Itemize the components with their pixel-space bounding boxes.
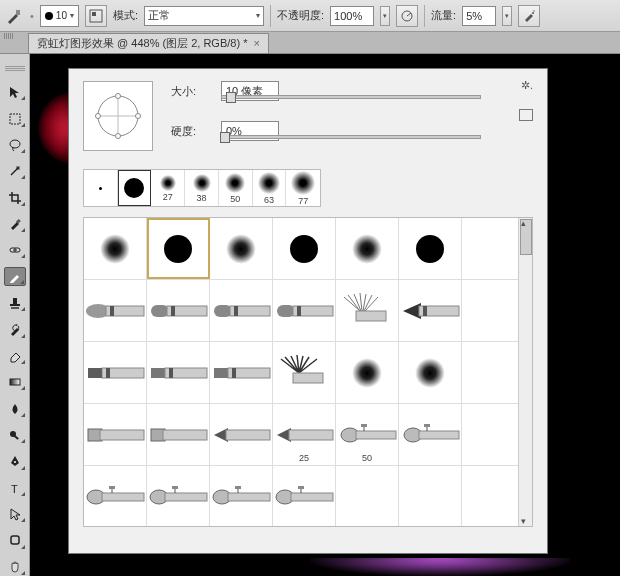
- dodge-tool[interactable]: [4, 426, 26, 444]
- brush-cell[interactable]: [273, 280, 336, 341]
- svg-rect-17: [13, 435, 18, 440]
- brush-preset-chip[interactable]: 10 ▾: [40, 5, 79, 27]
- shape-tool[interactable]: [4, 531, 26, 549]
- brush-cell[interactable]: [210, 404, 273, 465]
- brush-cell[interactable]: [399, 342, 462, 403]
- blur-tool[interactable]: [4, 399, 26, 417]
- gear-icon[interactable]: ✲.: [521, 79, 533, 92]
- document-tab[interactable]: 霓虹灯图形效果 @ 448% (图层 2, RGB/8) * ×: [28, 33, 269, 53]
- svg-point-5: [533, 10, 534, 11]
- brush-cell[interactable]: [336, 466, 399, 526]
- svg-rect-20: [11, 536, 19, 544]
- brush-cell[interactable]: [84, 280, 147, 341]
- airbrush-button[interactable]: [518, 5, 540, 27]
- brush-cell[interactable]: [84, 218, 147, 279]
- svg-point-25: [116, 134, 121, 139]
- svg-rect-30: [110, 306, 114, 316]
- brush-cell[interactable]: [147, 342, 210, 403]
- brush-cell[interactable]: [273, 342, 336, 403]
- brush-preset-panel: 大小: 10 像素 硬度: 0% ✲. 27 38 50 63 77: [68, 68, 548, 554]
- svg-rect-60: [169, 368, 173, 378]
- type-tool[interactable]: T: [4, 479, 26, 497]
- brush-tool-icon: [4, 6, 24, 26]
- brush-cell[interactable]: 50: [336, 404, 399, 465]
- flow-input[interactable]: 5%: [462, 6, 496, 26]
- svg-rect-82: [109, 486, 115, 489]
- preset-item[interactable]: 38: [185, 170, 219, 206]
- preset-item[interactable]: 27: [151, 170, 185, 206]
- svg-rect-66: [100, 430, 144, 440]
- brush-panel-toggle[interactable]: [85, 5, 107, 27]
- eraser-tool[interactable]: [4, 347, 26, 365]
- path-select-tool[interactable]: [4, 505, 26, 523]
- brush-cell[interactable]: 25: [273, 404, 336, 465]
- svg-rect-70: [289, 430, 333, 440]
- brush-cell[interactable]: [336, 280, 399, 341]
- svg-point-18: [14, 461, 16, 463]
- pen-tool[interactable]: [4, 452, 26, 470]
- brush-cell[interactable]: [84, 466, 147, 526]
- flow-caret[interactable]: ▾: [502, 6, 512, 26]
- brush-cell[interactable]: [210, 342, 273, 403]
- size-slider[interactable]: [221, 95, 481, 99]
- brush-cell[interactable]: [336, 342, 399, 403]
- brush-cell[interactable]: [336, 218, 399, 279]
- lasso-tool[interactable]: [4, 136, 26, 154]
- stamp-tool[interactable]: [4, 294, 26, 312]
- close-icon[interactable]: ×: [253, 37, 259, 49]
- svg-point-27: [136, 114, 141, 119]
- svg-rect-37: [277, 305, 295, 317]
- opacity-input[interactable]: 100%: [330, 6, 374, 26]
- crop-tool[interactable]: [4, 188, 26, 206]
- svg-rect-14: [11, 307, 19, 309]
- preset-item[interactable]: [84, 170, 118, 206]
- brush-cell[interactable]: [210, 280, 273, 341]
- brush-grid: 25 50 ▴ ▾: [83, 217, 533, 527]
- preset-item[interactable]: 77: [286, 170, 320, 206]
- svg-point-4: [532, 12, 534, 14]
- brush-cell[interactable]: [399, 218, 462, 279]
- size-label: 大小:: [171, 84, 211, 99]
- brush-cell[interactable]: [399, 404, 462, 465]
- wand-tool[interactable]: [4, 162, 26, 180]
- flip-icon[interactable]: [519, 109, 533, 121]
- heal-tool[interactable]: [4, 241, 26, 259]
- svg-rect-86: [172, 486, 178, 489]
- gradient-tool[interactable]: [4, 373, 26, 391]
- scrollbar[interactable]: ▴ ▾: [518, 218, 532, 526]
- grip-icon[interactable]: [5, 66, 25, 71]
- svg-rect-78: [424, 424, 430, 427]
- svg-point-7: [10, 140, 20, 148]
- brush-cell[interactable]: [399, 466, 462, 526]
- preset-item[interactable]: [118, 170, 152, 206]
- blend-mode-select[interactable]: 正常▾: [144, 6, 264, 26]
- brush-cell[interactable]: [147, 466, 210, 526]
- brush-cell[interactable]: [273, 218, 336, 279]
- brush-cell[interactable]: [84, 342, 147, 403]
- brush-cell[interactable]: [210, 466, 273, 526]
- brush-cell[interactable]: [147, 218, 210, 279]
- pressure-opacity-button[interactable]: [396, 5, 418, 27]
- preset-item[interactable]: 63: [253, 170, 287, 206]
- options-bar: • 10 ▾ 模式: 正常▾ 不透明度: 100% ▾ 流量: 5% ▾: [0, 0, 620, 32]
- brush-cell[interactable]: [84, 404, 147, 465]
- svg-rect-6: [10, 114, 20, 124]
- hand-tool[interactable]: [4, 558, 26, 576]
- brush-tool[interactable]: [4, 267, 26, 286]
- marquee-tool[interactable]: [4, 109, 26, 127]
- brush-cell[interactable]: [273, 466, 336, 526]
- hardness-slider[interactable]: [221, 135, 481, 139]
- brush-cell[interactable]: [210, 218, 273, 279]
- eyedropper-tool[interactable]: [4, 215, 26, 233]
- brush-cell[interactable]: [399, 280, 462, 341]
- opacity-caret[interactable]: ▾: [380, 6, 390, 26]
- move-tool[interactable]: [4, 83, 26, 101]
- preset-item[interactable]: 50: [219, 170, 253, 206]
- brush-cell[interactable]: [147, 404, 210, 465]
- opacity-label: 不透明度:: [277, 8, 324, 23]
- brush-cell[interactable]: [147, 280, 210, 341]
- svg-rect-74: [361, 424, 367, 427]
- history-brush-tool[interactable]: [4, 320, 26, 338]
- svg-rect-94: [298, 486, 304, 489]
- svg-rect-84: [165, 493, 207, 501]
